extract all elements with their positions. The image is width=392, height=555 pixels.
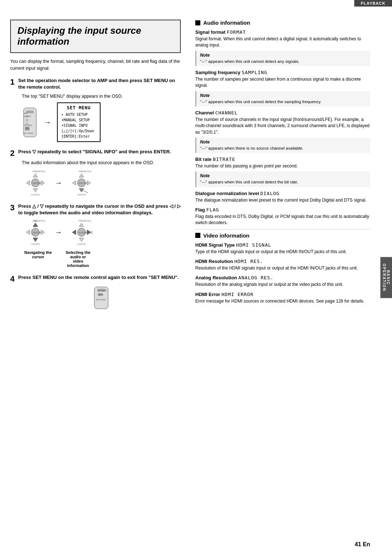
note-title-1: Note [200,53,367,58]
svg-marker-24 [87,181,91,185]
svg-text:SRCH MODE: SRCH MODE [23,133,33,134]
video-section: Video information HDMI Signal Type HDMI … [195,232,370,305]
svg-marker-23 [72,181,76,185]
svg-text:ENTER: ENTER [33,231,41,234]
svg-marker-15 [26,181,30,185]
step-1-arrow: → [44,118,51,126]
svg-marker-43 [72,230,76,235]
dpad-3b-icon: PRESET/CH ENTER A-E/CAT. [68,219,95,246]
osd-line-3: •SIGNAL INFO [61,123,96,128]
hdmi-error-header: HDMI Error HDMI ERROR [195,292,370,297]
dialog-name: Dialogue normalization level [195,191,259,196]
step-3-arrow: → [55,228,62,236]
step-2-text: Press ▽ repeatedly to select "SIGNAL INF… [18,149,171,155]
source-remote-icon: AMP SOURCE SET MENU MENU SRCH MODE [22,106,38,139]
channel-desc: The number of source channels in the inp… [195,117,370,135]
sampling-freq-desc: The number of samples per second taken f… [195,76,370,89]
step-3-text: Press △ / ▽ repeatedly to navigate the c… [18,203,181,216]
svg-marker-17 [33,189,38,192]
step-2-arrow: → [55,179,62,187]
dpad-3a-icon: PRESET/CH ENTER A-E/CAT. [22,219,49,246]
svg-text:SET MENU: SET MENU [98,289,107,292]
intro-text: You can display the format, sampling fre… [10,58,181,72]
osd-line-2: •MANUAL SETUP [61,117,96,123]
step-3-captions: Navigating the cursor Selecting the audi… [22,250,181,268]
signal-format-code: FORMAT [227,29,246,35]
svg-marker-45 [79,238,84,242]
flag-code: FLAG [206,207,219,212]
step-2-diagram: PRESET/CH ENTER A-E/CAT. [22,169,181,197]
svg-text:PRESET/CH: PRESET/CH [79,170,91,173]
step-3-number: 3 [10,203,15,212]
svg-marker-31 [33,223,38,227]
osd-line-1: • AUTO SETUP [61,112,96,117]
sampling-freq-code: SAMPLING [242,70,268,75]
dpad-2-icon: PRESET/CH ENTER A-E/CAT. [68,169,95,197]
svg-marker-14 [33,174,38,177]
step-3-diagram: PRESET/CH ENTER A-E/CAT. [22,219,181,246]
signal-format-header: Signal format FORMAT [195,29,370,35]
bitrate-note: Note "---" appears when this unit cannot… [195,171,370,187]
note-text-2: "---" appears when this unit cannot dete… [200,99,367,105]
bitrate-code: BITRATE [213,157,235,162]
step-2: 2 Press ▽ repeatedly to select "SIGNAL I… [10,149,181,197]
audio-section-header: Audio information [195,20,370,26]
hdmi-res-header: HDMI Resolution HDMI RES. [195,259,370,264]
flag-header: Flag FLAG [195,207,370,212]
flag-desc: Flag data encoded in DTS, Dolby Digital,… [195,214,370,226]
step-4-header: 4 Press SET MENU on the remote control a… [10,274,181,283]
playback-bar: PLAYBACK [354,0,392,7]
dialog-header: Dialogue normalization level DIALOG [195,191,370,196]
svg-marker-42 [79,223,84,227]
bitrate-desc: The number of bits passing a given point… [195,163,370,169]
step-4: 4 Press SET MENU on the remote control a… [10,274,181,311]
page-title: Displaying the input source information [17,25,173,47]
svg-text:SET MENU: SET MENU [24,125,32,126]
video-section-header: Video information [195,232,370,239]
svg-text:PRESET/CH: PRESET/CH [33,170,45,173]
signal-format-name: Signal format [195,29,225,35]
hdmi-res-name: HDMI Resolution [195,259,233,264]
nav-caption: Navigating the cursor [22,250,54,268]
hdmi-res-desc: Resolution of the HDMI signals input or … [195,265,370,271]
step-1-header: 1 Set the operation mode selector to AMP… [10,77,181,90]
channel-note: Note "---" appears when there is no sour… [195,138,370,153]
hdmi-error-desc: Error message for HDMI sources or connec… [195,298,370,304]
svg-marker-33 [41,230,45,235]
step-4-text: Press SET MENU on the remote control aga… [18,274,179,281]
svg-text:ENTER: ENTER [79,231,87,234]
svg-marker-44 [87,230,91,235]
osd-line-4: [△]/[▽]:Up/Down [61,128,96,134]
bitrate-header: Bit rate BITRATE [195,157,370,162]
hdmi-signal-name: HDMI Signal Type [195,242,235,248]
svg-line-49 [91,231,92,232]
note-text-3: "---" appears when there is no source ch… [200,145,367,151]
right-column: Audio information Signal format FORMAT S… [192,20,370,317]
hdmi-error-name: HDMI Error [195,292,220,297]
hdmi-signal-header: HDMI Signal Type HDMI SIGNAL [195,242,370,248]
channel-code: CHANNEL [215,110,238,116]
analog-res-header: Analog Resolution ANALOG RES. [195,275,370,280]
svg-text:SRCH MODE: SRCH MODE [96,299,106,301]
hdmi-error-code: HDMI ERROR [221,292,253,297]
step-2-header: 2 Press ▽ repeatedly to select "SIGNAL I… [10,149,181,157]
svg-rect-12 [25,127,29,129]
note-text-4: "---" appears when this unit cannot dete… [200,179,367,185]
side-tab-label: BASICOPERATION [382,264,390,292]
step-1-diagram: AMP SOURCE SET MENU MENU SRCH MODE → SET… [22,102,181,142]
page: PLAYBACK BASICOPERATION Displaying the i… [0,0,392,555]
svg-marker-16 [41,181,45,185]
svg-line-29 [83,190,88,193]
osd-title: SET MENU [61,105,96,110]
step-3: 3 Press △ / ▽ repeatedly to navigate the… [10,203,181,267]
bitrate-name: Bit rate [195,157,212,162]
content-wrapper: Displaying the input source information … [0,11,392,317]
step-2-number: 2 [10,149,15,157]
title-box: Displaying the input source information [10,20,181,53]
step-1-text: Set the operation mode selector to AMP a… [18,77,181,90]
sampling-freq-note: Note "---" appears when this unit cannot… [195,91,370,106]
playback-label: PLAYBACK [361,1,385,5]
svg-text:AMP: AMP [24,112,28,114]
step-1-number: 1 [10,77,15,86]
sampling-freq-name: Sampling frequency [195,70,240,75]
